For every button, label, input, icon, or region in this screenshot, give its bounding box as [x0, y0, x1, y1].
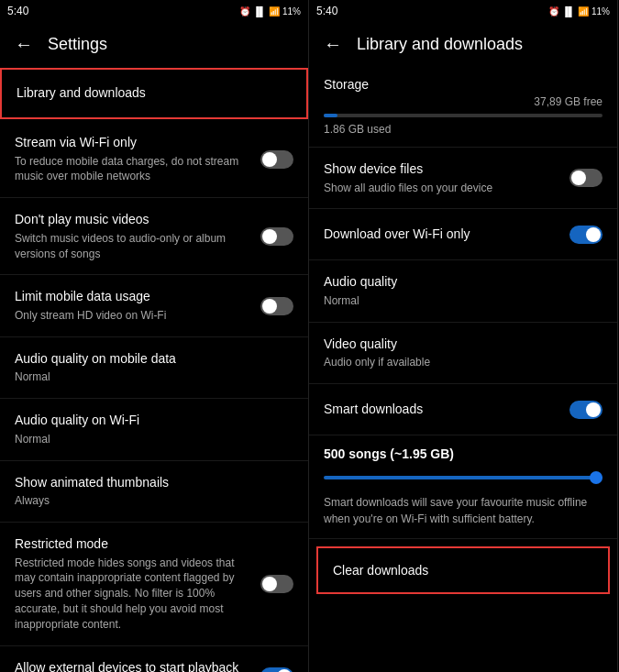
wifi-icon-r: 📶 — [578, 6, 589, 17]
settings-list: Library and downloadsStream via Wi-Fi on… — [0, 66, 308, 672]
status-bar-right: 5:40 ⏰ ▐▌ 📶 11% — [309, 0, 617, 22]
signal-icon-r: ▐▌ — [562, 6, 575, 17]
right-item-show-device-files[interactable]: Show device filesShow all audio files on… — [309, 148, 617, 209]
right-title-show-device-files: Show device files — [324, 160, 558, 179]
smart-downloads-slider[interactable] — [324, 468, 602, 487]
item-title-audio-quality-mobile: Audio quality on mobile data — [15, 350, 282, 369]
right-title-video-quality: Video quality — [324, 336, 591, 354]
storage-free: 37,89 GB free — [324, 95, 602, 108]
toggle-stream-wifi[interactable] — [260, 150, 293, 169]
smart-downloads-desc: Smart downloads will save your favourite… — [324, 494, 602, 527]
settings-item-library-and-downloads[interactable]: Library and downloads — [0, 68, 308, 119]
alarm-icon-r: ⏰ — [548, 6, 559, 17]
item-title-audio-quality-wifi: Audio quality on Wi-Fi — [15, 412, 282, 430]
item-subtitle-audio-quality-mobile: Normal — [15, 369, 282, 385]
settings-item-stream-wifi[interactable]: Stream via Wi-Fi onlyTo reduce mobile da… — [0, 121, 308, 198]
item-subtitle-restricted-mode: Restricted mode hides songs and videos t… — [15, 556, 249, 633]
slider-track — [324, 476, 602, 479]
right-subtitle-audio-quality: Normal — [324, 293, 591, 309]
toggle-limit-mobile-data[interactable] — [260, 297, 293, 315]
item-title-restricted-mode: Restricted mode — [15, 535, 249, 554]
right-title-download-wifi-only: Download over Wi-Fi only — [324, 226, 558, 244]
toggle-dont-play-videos[interactable] — [260, 227, 293, 246]
alarm-icon: ⏰ — [239, 6, 250, 17]
right-panel-title: Library and downloads — [357, 35, 523, 54]
right-item-video-quality[interactable]: Video qualityAudio only if available — [309, 323, 617, 384]
status-icons-left: ⏰ ▐▌ 📶 11% — [239, 6, 301, 17]
left-panel-title: Settings — [48, 35, 107, 54]
clear-downloads-label: Clear downloads — [333, 563, 593, 578]
settings-item-audio-quality-wifi[interactable]: Audio quality on Wi-FiNormal — [0, 399, 308, 460]
right-toggle-download-wifi-only[interactable] — [569, 226, 602, 244]
storage-bar-fill — [324, 114, 337, 117]
songs-count: 500 songs (~1.95 GB) — [324, 446, 602, 461]
left-panel: 5:40 ⏰ ▐▌ 📶 11% ← Settings Library and d… — [0, 0, 309, 672]
toggle-external-devices[interactable] — [260, 667, 293, 672]
settings-item-animated-thumbnails[interactable]: Show animated thumbnailsAlways — [0, 461, 308, 523]
right-subtitle-video-quality: Audio only if available — [324, 355, 591, 370]
battery-left: 11% — [282, 6, 301, 17]
item-title-external-devices: Allow external devices to start playback — [15, 659, 249, 672]
right-top-bar: ← Library and downloads — [309, 22, 617, 66]
toggle-restricted-mode[interactable] — [260, 575, 293, 593]
item-subtitle-stream-wifi: To reduce mobile data charges, do not st… — [15, 154, 249, 185]
left-top-bar: ← Settings — [0, 22, 308, 66]
settings-item-dont-play-videos[interactable]: Don't play music videosSwitch music vide… — [0, 198, 308, 275]
right-item-audio-quality[interactable]: Audio qualityNormal — [309, 260, 617, 322]
status-icons-right: ⏰ ▐▌ 📶 11% — [548, 6, 610, 17]
status-time-left: 5:40 — [7, 5, 28, 17]
right-subtitle-show-device-files: Show all audio files on your device — [324, 181, 558, 196]
item-subtitle-animated-thumbnails: Always — [15, 493, 282, 509]
back-button-left[interactable]: ← — [15, 34, 33, 55]
smart-downloads-section: 500 songs (~1.95 GB)Smart downloads will… — [309, 435, 617, 539]
signal-icon: ▐▌ — [253, 6, 266, 17]
right-title-smart-downloads: Smart downloads — [324, 401, 558, 419]
wifi-icon: 📶 — [269, 6, 280, 17]
item-subtitle-limit-mobile-data: Only stream HD video on Wi-Fi — [15, 308, 249, 324]
right-item-download-wifi-only[interactable]: Download over Wi-Fi only — [309, 209, 617, 260]
back-button-right[interactable]: ← — [324, 34, 342, 55]
right-title-audio-quality: Audio quality — [324, 273, 591, 292]
item-title-animated-thumbnails: Show animated thumbnails — [15, 474, 282, 492]
storage-title: Storage — [324, 77, 602, 92]
item-subtitle-dont-play-videos: Switch music videos to audio-only or alb… — [15, 231, 249, 262]
storage-section: Storage37,89 GB free1.86 GB used — [309, 66, 617, 148]
right-panel: 5:40 ⏰ ▐▌ 📶 11% ← Library and downloads … — [309, 0, 618, 672]
slider-thumb — [590, 471, 602, 484]
right-settings-list: Storage37,89 GB free1.86 GB usedShow dev… — [309, 66, 617, 672]
right-toggle-smart-downloads[interactable] — [569, 401, 602, 419]
battery-right: 11% — [591, 6, 610, 17]
storage-used: 1.86 GB used — [324, 123, 602, 136]
settings-item-external-devices[interactable]: Allow external devices to start playback… — [0, 646, 308, 672]
item-title-dont-play-videos: Don't play music videos — [15, 211, 249, 229]
right-toggle-show-device-files[interactable] — [569, 169, 602, 187]
settings-item-limit-mobile-data[interactable]: Limit mobile data usageOnly stream HD vi… — [0, 275, 308, 336]
item-subtitle-audio-quality-wifi: Normal — [15, 432, 282, 447]
right-item-smart-downloads[interactable]: Smart downloads — [309, 384, 617, 435]
settings-item-audio-quality-mobile[interactable]: Audio quality on mobile dataNormal — [0, 337, 308, 399]
clear-downloads-button[interactable]: Clear downloads — [316, 546, 610, 594]
item-title-limit-mobile-data: Limit mobile data usage — [15, 288, 249, 306]
item-title-stream-wifi: Stream via Wi-Fi only — [15, 134, 249, 152]
storage-bar — [324, 114, 602, 117]
settings-item-restricted-mode[interactable]: Restricted modeRestricted mode hides son… — [0, 523, 308, 646]
status-bar-left: 5:40 ⏰ ▐▌ 📶 11% — [0, 0, 308, 22]
item-title-library-and-downloads: Library and downloads — [17, 84, 281, 103]
status-time-right: 5:40 — [316, 5, 337, 17]
